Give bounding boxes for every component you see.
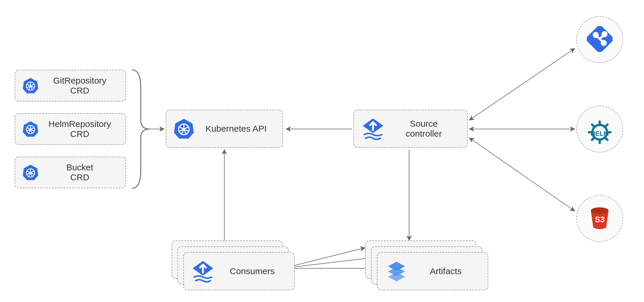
node-bucket-crd: BucketCRD — [15, 157, 126, 188]
artifacts-label: Artifacts — [410, 266, 488, 276]
external-s3: S3 — [576, 195, 623, 242]
helm-icon: HELM — [588, 121, 611, 138]
kubernetes-icon — [21, 120, 40, 138]
flux-icon — [360, 119, 386, 138]
arrow-source-git — [469, 48, 575, 120]
node-helmrepository-crd: HelmRepositoryCRD — [15, 113, 126, 145]
kubernetes-icon — [21, 163, 40, 182]
node-source-controller: Sourcecontroller — [353, 110, 468, 148]
external-git — [576, 16, 623, 63]
bucket-crd-label: BucketCRD — [40, 162, 126, 183]
arrow-source-s3 — [469, 138, 575, 211]
helmrepository-crd-label: HelmRepositoryCRD — [40, 119, 126, 139]
s3-bucket-icon: S3 — [587, 205, 613, 232]
external-helm: HELM — [576, 106, 623, 152]
node-kubernetes-api: Kubernetes API — [166, 110, 283, 148]
flux-icon — [190, 262, 216, 281]
git-icon — [587, 26, 613, 53]
kubernetes-icon — [21, 76, 40, 95]
kubernetes-icon — [172, 119, 196, 138]
node-artifacts: Artifacts — [377, 252, 488, 290]
consumers-label: Consumers — [216, 266, 294, 276]
source-controller-label: Sourcecontroller — [386, 119, 467, 139]
node-gitrepository-crd: GitRepositoryCRD — [15, 70, 126, 101]
crd-brace — [132, 70, 150, 188]
node-consumers: Consumers — [183, 252, 295, 290]
connectors-layer — [0, 0, 644, 302]
layers-icon — [383, 262, 410, 281]
gitrepository-crd-label: GitRepositoryCRD — [40, 76, 126, 96]
kubernetes-api-label: Kubernetes API — [196, 124, 282, 134]
